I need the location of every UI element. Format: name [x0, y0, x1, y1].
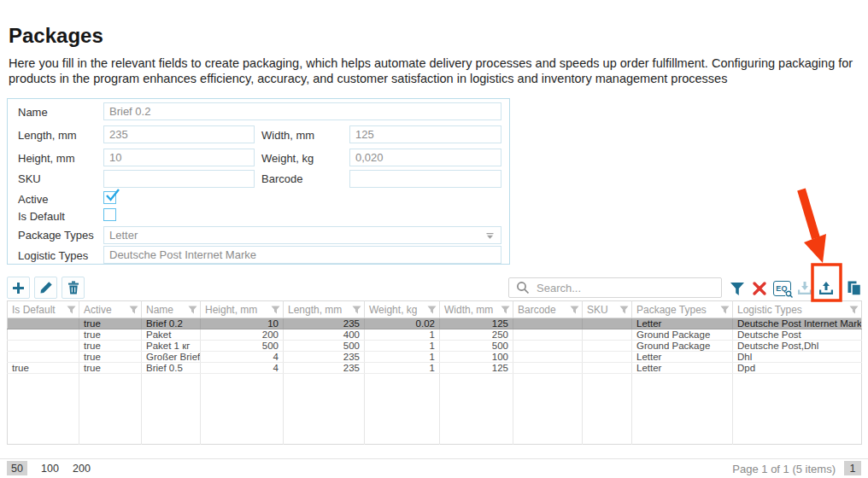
table-row[interactable]: trueBrief 0.2102350.02125LetterDeutsche …: [8, 318, 862, 329]
table-row[interactable]: truePaket 1 кг5005001500Ground PackageDe…: [8, 341, 862, 352]
sku-label: SKU: [18, 172, 41, 185]
column-filter-icon[interactable]: [570, 306, 579, 314]
name-label: Name: [18, 106, 48, 119]
plus-icon: [11, 281, 26, 295]
page-summary: Page 1 of 1 (5 items): [732, 463, 836, 475]
col-header-is-default[interactable]: Is Default: [8, 301, 79, 318]
column-filter-icon[interactable]: [427, 306, 437, 314]
export-button[interactable]: [816, 278, 836, 299]
pencil-icon: [39, 281, 53, 294]
column-filter-icon[interactable]: [619, 306, 629, 314]
logistic-types-field[interactable]: [103, 246, 501, 264]
col-header-weight[interactable]: Weight, kg: [365, 301, 440, 318]
clear-x-icon: [752, 281, 767, 296]
height-label: Height, mm: [18, 152, 74, 165]
search-input[interactable]: [537, 282, 714, 294]
column-filter-icon[interactable]: [352, 306, 361, 314]
page-title: Packages: [9, 24, 103, 48]
search-icon: [516, 281, 530, 294]
col-header-width[interactable]: Width, mm: [440, 301, 513, 318]
package-types-select[interactable]: Letter: [103, 226, 501, 244]
table-empty-area: [8, 374, 862, 445]
apply-filter-button[interactable]: [727, 278, 748, 299]
col-header-active[interactable]: Active: [79, 301, 142, 318]
active-label: Active: [18, 193, 48, 206]
width-field[interactable]: [349, 125, 501, 143]
table-row[interactable]: truePaket2004001250Ground PackageDeutsch…: [8, 329, 862, 341]
clear-filter-button[interactable]: [749, 278, 770, 299]
column-filter-icon[interactable]: [188, 306, 197, 314]
col-header-package-types[interactable]: Package Types: [632, 301, 733, 318]
col-header-name[interactable]: Name: [142, 301, 201, 318]
page-number-button[interactable]: 1: [844, 461, 861, 475]
copy-button[interactable]: [844, 278, 865, 299]
barcode-field[interactable]: [349, 170, 501, 188]
col-header-barcode[interactable]: Barcode: [513, 301, 583, 318]
length-field[interactable]: [103, 125, 255, 143]
logistic-types-label: Logistic Types: [18, 249, 88, 262]
table-row[interactable]: truetrueBrief 0.542351125LetterDpd: [8, 363, 862, 374]
sku-field[interactable]: [103, 170, 255, 188]
package-types-label: Package Types: [18, 229, 94, 242]
width-label: Width, mm: [261, 129, 314, 142]
copy-pages-icon: [847, 281, 862, 296]
filter-row-eq-icon: EQ: [773, 281, 791, 296]
table-header-row: Is Default Active Name Height, mm Length…: [8, 301, 862, 318]
upload-tray-icon: [818, 281, 835, 296]
edit-button[interactable]: [34, 277, 57, 299]
search-box: [508, 277, 722, 298]
is-default-checkbox[interactable]: [103, 208, 116, 221]
column-filter-icon[interactable]: [501, 306, 510, 314]
active-checkbox[interactable]: [103, 191, 116, 204]
page-size-50[interactable]: 50: [7, 461, 27, 475]
packages-table: Is Default Active Name Height, mm Length…: [7, 300, 862, 445]
column-filter-icon[interactable]: [67, 306, 76, 314]
chevron-down-icon: [486, 233, 494, 239]
barcode-label: Barcode: [261, 172, 302, 185]
trash-icon: [67, 281, 79, 294]
col-header-length[interactable]: Length, mm: [284, 301, 365, 318]
table-row[interactable]: trueGroßer Brief42351100LetterDhl: [8, 352, 862, 363]
page-description: Here you fill in the relevant fields to …: [9, 56, 859, 86]
checkmark-icon: [104, 188, 120, 202]
name-field[interactable]: [103, 102, 501, 120]
col-header-height[interactable]: Height, mm: [201, 301, 284, 318]
pager-separator: [0, 458, 868, 459]
length-label: Length, mm: [18, 129, 77, 142]
page-size-200[interactable]: 200: [69, 461, 94, 475]
weight-field[interactable]: [349, 149, 501, 166]
filter-row-button[interactable]: EQ: [771, 278, 792, 299]
column-filter-icon[interactable]: [849, 306, 859, 314]
col-header-logistic-types[interactable]: Logistic Types: [733, 301, 862, 318]
import-button[interactable]: [795, 278, 815, 299]
column-filter-icon[interactable]: [720, 306, 730, 314]
height-field[interactable]: [103, 149, 255, 166]
package-form: Name Length, mm Width, mm Height, mm Wei…: [7, 98, 510, 265]
download-tray-icon: [796, 281, 813, 296]
column-filter-icon[interactable]: [271, 306, 280, 314]
is-default-label: Is Default: [18, 210, 65, 223]
magnifier-icon: [785, 290, 794, 299]
delete-button[interactable]: [62, 277, 85, 299]
add-button[interactable]: [7, 277, 30, 299]
col-header-sku[interactable]: SKU: [583, 301, 632, 318]
weight-label: Weight, kg: [261, 152, 314, 165]
filter-funnel-icon: [730, 282, 745, 296]
package-types-value: Letter: [109, 229, 138, 242]
page-size-100[interactable]: 100: [38, 461, 62, 475]
column-filter-icon[interactable]: [129, 306, 138, 314]
